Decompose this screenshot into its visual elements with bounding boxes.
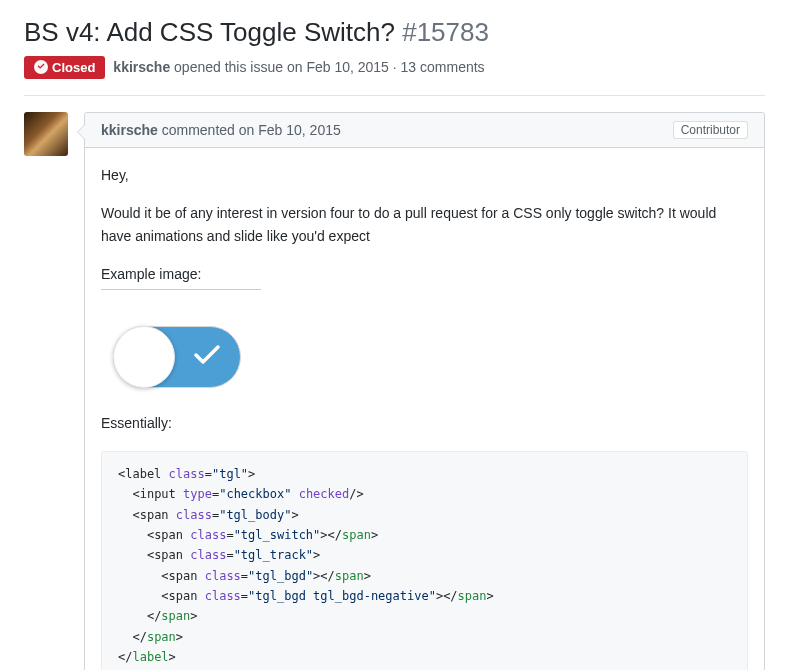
t: "tgl_switch"	[234, 528, 321, 542]
t: span	[335, 569, 364, 583]
t: class	[176, 508, 212, 522]
state-badge: Closed	[24, 56, 105, 79]
comment-body: Hey, Would it be of any interest in vers…	[85, 148, 764, 670]
t: "tgl_bgd tgl_bgd-negative"	[248, 589, 436, 603]
t: span	[147, 630, 176, 644]
t: "checkbox"	[219, 487, 291, 501]
t: </	[132, 630, 146, 644]
t: checked	[299, 487, 350, 501]
t: class	[190, 548, 226, 562]
comment-container: kkirsche commented on Feb 10, 2015 Contr…	[24, 112, 765, 670]
t: >	[313, 548, 320, 562]
t: />	[349, 487, 363, 501]
closed-icon	[34, 60, 48, 74]
body-main: Would it be of any interest in version f…	[101, 202, 748, 247]
comment-date-prefix: on	[239, 122, 255, 138]
comments-count: 13 comments	[401, 59, 485, 75]
comment-header: kkirsche commented on Feb 10, 2015 Contr…	[85, 113, 764, 148]
t: >	[169, 650, 176, 664]
t: class	[205, 569, 241, 583]
toggle-switch	[113, 326, 241, 388]
issue-opened-by: kkirsche opened this issue on Feb 10, 20…	[113, 59, 484, 75]
issue-title: BS v4: Add CSS Toggle Switch? #15783	[24, 16, 765, 50]
t: span	[342, 528, 371, 542]
avatar[interactable]	[24, 112, 68, 156]
t: >	[176, 630, 183, 644]
essentially-label: Essentially:	[101, 412, 748, 434]
meta-sep: ·	[393, 59, 397, 75]
t: <span	[132, 508, 168, 522]
t: "tgl_track"	[234, 548, 313, 562]
greeting: Hey,	[101, 164, 748, 186]
t: <span	[147, 548, 183, 562]
role-badge: Contributor	[673, 121, 748, 139]
example-label: Example image:	[101, 263, 261, 290]
comment-date[interactable]: Feb 10, 2015	[258, 122, 341, 138]
t: <span	[147, 528, 183, 542]
t: ></	[313, 569, 335, 583]
opened-verb: opened this issue	[174, 59, 283, 75]
state-label: Closed	[52, 60, 95, 75]
check-icon	[192, 342, 222, 372]
t: >	[248, 467, 255, 481]
t: class	[190, 528, 226, 542]
t: ></	[436, 589, 458, 603]
t: span	[458, 589, 487, 603]
code-block: <label class="tgl"> <input type="checkbo…	[101, 451, 748, 670]
comment-header-left: kkirsche commented on Feb 10, 2015	[101, 122, 341, 138]
issue-number: #15783	[402, 17, 489, 47]
t: >	[291, 508, 298, 522]
t: <input	[132, 487, 175, 501]
t: <span	[161, 589, 197, 603]
t: "tgl"	[212, 467, 248, 481]
t: label	[132, 650, 168, 664]
t: </	[147, 609, 161, 623]
t: >	[487, 589, 494, 603]
toggle-knob	[113, 326, 175, 388]
comment-box: kkirsche commented on Feb 10, 2015 Contr…	[84, 112, 765, 670]
t: <label	[118, 467, 161, 481]
opened-date: Feb 10, 2015	[306, 59, 389, 75]
t: >	[364, 569, 371, 583]
t: type	[183, 487, 212, 501]
t: </	[118, 650, 132, 664]
issue-meta: Closed kkirsche opened this issue on Feb…	[24, 56, 765, 79]
issue-author-link[interactable]: kkirsche	[113, 59, 170, 75]
t: ></	[320, 528, 342, 542]
t: class	[169, 467, 205, 481]
comment-action: commented	[162, 122, 235, 138]
issue-header: BS v4: Add CSS Toggle Switch? #15783 Clo…	[24, 16, 765, 96]
t: >	[371, 528, 378, 542]
issue-title-text[interactable]: BS v4: Add CSS Toggle Switch?	[24, 17, 395, 47]
t: "tgl_body"	[219, 508, 291, 522]
t: <span	[161, 569, 197, 583]
comment-author-link[interactable]: kkirsche	[101, 122, 158, 138]
t: >	[190, 609, 197, 623]
t: class	[205, 589, 241, 603]
t: "tgl_bgd"	[248, 569, 313, 583]
t: span	[161, 609, 190, 623]
example-image	[101, 318, 748, 412]
opened-date-prefix: on	[287, 59, 303, 75]
